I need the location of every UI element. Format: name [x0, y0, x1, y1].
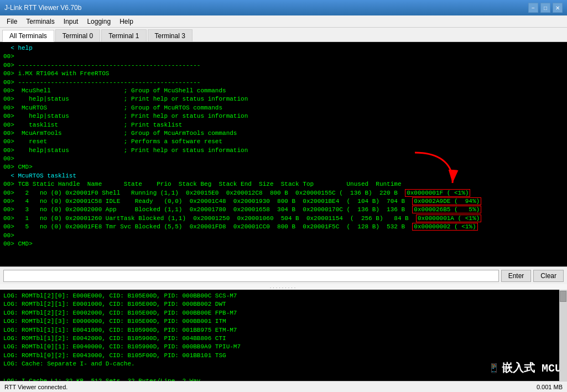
title-bar: J-Link RTT Viewer V6.70b − □ ✕: [0, 0, 567, 15]
menu-bar: File Terminals Input Logging Help: [0, 15, 567, 28]
term-row-4: 00> 1 no (0) 0x20001260 UartTask Blocked…: [3, 215, 564, 223]
term-line: 00>: [3, 53, 564, 61]
log-line: LOG: ROMTbl[2][3]: E0000000, CID: B105E0…: [3, 317, 564, 326]
term-line: 00>: [3, 232, 564, 240]
term-line: 00>: [3, 155, 564, 163]
maximize-button[interactable]: □: [540, 3, 550, 13]
status-bar: RTT Viewer connected. 0.001 MB: [0, 381, 567, 392]
minimize-button[interactable]: −: [528, 3, 538, 13]
term-row-5: 00> 5 no (0) 0x20001FE8 Tmr Svc Blocked …: [3, 223, 564, 231]
term-line: 00> help|status ; Print help or status i…: [3, 95, 564, 103]
term-line: < help: [3, 44, 564, 53]
menu-help[interactable]: Help: [115, 17, 138, 27]
log-line: LOG: ROMTbl[0][1]: E0040000, CID: B10590…: [3, 343, 564, 351]
log-line: LOG: ROMTbl[1][1]: E0041000, CID: B10590…: [3, 326, 564, 334]
menu-terminals[interactable]: Terminals: [22, 17, 59, 27]
log-line: [3, 369, 564, 377]
term-line: 00> McuShell ; Group of McuShell command…: [3, 87, 564, 95]
term-line: 00> ------------------------------------…: [3, 79, 564, 87]
tab-terminal-1[interactable]: Terminal 1: [101, 29, 146, 41]
log-line: LOG: ROMTbl[2][2]: E0002000, CID: B105E0…: [3, 309, 564, 317]
title-text: J-Link RTT Viewer V6.70b: [4, 4, 81, 12]
log-line: LOG: ROMTbl[1][2]: E0042000, CID: B10590…: [3, 334, 564, 343]
term-line: 00> CMD>: [3, 240, 564, 248]
memory-text: 0.001 MB: [537, 384, 563, 390]
term-row-3: 00> 3 no (0) 0x20002000 App Blocked (1,1…: [3, 206, 564, 214]
menu-file[interactable]: File: [2, 17, 22, 27]
log-area[interactable]: LOG: ROMTbl[2][0]: E000E000, CID: B105E0…: [0, 290, 567, 381]
log-line: LOG: ROMTbl[0][2]: E0043000, CID: B105F0…: [3, 352, 564, 360]
title-controls: − □ ✕: [528, 3, 563, 13]
log-line: LOG: I-Cache L1: 32 KB, 512 Sets, 32 Byt…: [3, 377, 564, 381]
menu-logging[interactable]: Logging: [82, 17, 115, 27]
term-line: 00> ------------------------------------…: [3, 61, 564, 70]
log-line: LOG: ROMTbl[2][1]: E0001000, CID: B105E0…: [3, 300, 564, 309]
enter-button[interactable]: Enter: [501, 270, 532, 282]
terminal-wrapper: < help 00> 00> -------------------------…: [0, 42, 567, 266]
term-line: 00> reset ; Performs a software reset: [3, 138, 564, 146]
log-line: LOG: ROMTbl[2][0]: E000E000, CID: B105E0…: [3, 292, 564, 300]
command-input[interactable]: [3, 270, 499, 282]
log-line: LOG: Cache: Separate I- and D-cache.: [3, 360, 564, 368]
term-line: 00> i.MX RT1064 with FreeRTOS: [3, 70, 564, 78]
scrollbar-thumb[interactable]: [560, 291, 566, 302]
term-line: 00> TCB Static Handle Name State Prio St…: [3, 180, 564, 189]
tab-bar: All Terminals Terminal 0 Terminal 1 Term…: [0, 28, 567, 42]
terminal-area[interactable]: < help 00> 00> -------------------------…: [0, 42, 567, 266]
term-line: 00> help|status ; Print help or status i…: [3, 147, 564, 155]
input-bar: Enter Clear: [0, 266, 567, 284]
term-line: 00> CMD>: [3, 163, 564, 171]
term-line: 00> McuRTOS ; Group of McuRTOS commands: [3, 104, 564, 112]
tab-terminal-0[interactable]: Terminal 0: [55, 29, 100, 41]
menu-input[interactable]: Input: [59, 17, 83, 27]
dots-separator: ·········: [0, 284, 567, 290]
close-button[interactable]: ✕: [553, 3, 563, 13]
term-row-2: 00> 4 no (0) 0x20001C58 IDLE Ready (0,0)…: [3, 197, 564, 206]
clear-button[interactable]: Clear: [533, 270, 564, 282]
log-scrollbar[interactable]: [559, 290, 567, 381]
tab-terminal-3[interactable]: Terminal 3: [148, 29, 193, 41]
term-line: 00> tasklist ; Print tasklist: [3, 121, 564, 129]
term-line: < McuRTOS tasklist: [3, 172, 564, 180]
term-line: 00> help|status ; Print help or status i…: [3, 112, 564, 121]
term-line: 00> McuArmTools ; Group of McuArmTools c…: [3, 129, 564, 138]
term-row-1: 00> 2 no (0) 0x20001F0 Shell Running (1,…: [3, 189, 564, 197]
status-text: RTT Viewer connected.: [4, 384, 67, 390]
tab-all-terminals[interactable]: All Terminals: [2, 30, 54, 42]
